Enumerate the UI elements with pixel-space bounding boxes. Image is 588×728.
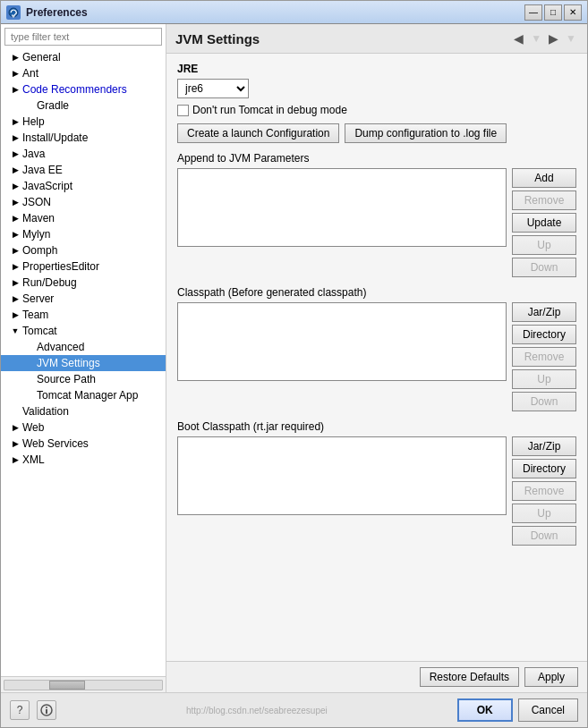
- nav-divider: ▼: [531, 32, 541, 45]
- forward-button[interactable]: ▶: [545, 30, 562, 47]
- sidebar: ▶General▶Ant▶Code RecommendersGradle▶Hel…: [1, 24, 166, 692]
- boot-classpath-textarea[interactable]: [177, 436, 507, 515]
- scroll-thumb[interactable]: [49, 681, 85, 690]
- sidebar-scrollbar[interactable]: [1, 676, 166, 692]
- footer-actions: Restore Defaults Apply: [166, 661, 587, 692]
- sidebar-item-validation[interactable]: Validation: [1, 403, 166, 419]
- sidebar-item-web[interactable]: ▶Web: [1, 419, 166, 436]
- sidebar-item-advanced[interactable]: Advanced: [1, 339, 166, 355]
- boot-down-button[interactable]: Down: [512, 526, 576, 546]
- classpath-down-button[interactable]: Down: [512, 392, 576, 411]
- tree-arrow-gradle: [24, 100, 35, 111]
- sidebar-item-general[interactable]: ▶General: [1, 49, 166, 65]
- tree-arrow-tomcat: ▼: [10, 326, 21, 336]
- tree-arrow-ant: ▶: [10, 68, 21, 79]
- scroll-track[interactable]: [4, 680, 163, 690]
- info-icon[interactable]: [37, 700, 56, 720]
- tree-label-install-update: Install/Update: [22, 131, 88, 144]
- boot-jar-button[interactable]: Jar/Zip: [512, 436, 576, 456]
- boot-classpath-row: Jar/Zip Directory Remove Up Down: [177, 436, 576, 546]
- classpath-textarea[interactable]: [177, 302, 507, 381]
- sidebar-item-install-update[interactable]: ▶Install/Update: [1, 130, 166, 146]
- svg-point-1: [13, 16, 14, 18]
- tree-label-mylyn: Mylyn: [22, 228, 50, 241]
- tree-label-tomcat: Tomcat: [22, 325, 57, 337]
- window-icon: [6, 5, 21, 20]
- panel-title: JVM Settings: [175, 31, 260, 47]
- jvm-down-button[interactable]: Down: [512, 258, 576, 277]
- tree-label-server: Server: [22, 292, 54, 305]
- sidebar-item-json[interactable]: ▶JSON: [1, 194, 166, 210]
- classpath-label: Classpath (Before generated classpath): [177, 286, 576, 299]
- tree-arrow-run-debug: ▶: [10, 277, 21, 288]
- tree-arrow-java: ▶: [10, 148, 21, 159]
- restore-defaults-button[interactable]: Restore Defaults: [420, 667, 519, 687]
- sidebar-item-code-recommenders[interactable]: ▶Code Recommenders: [1, 81, 166, 97]
- sidebar-item-java[interactable]: ▶Java: [1, 146, 166, 162]
- sidebar-item-ant[interactable]: ▶Ant: [1, 65, 166, 81]
- jvm-up-button[interactable]: Up: [512, 235, 576, 255]
- jvm-add-button[interactable]: Add: [512, 168, 576, 188]
- sidebar-item-jvm-settings[interactable]: JVM Settings: [1, 355, 166, 371]
- close-button[interactable]: ✕: [564, 4, 582, 21]
- tree-arrow-javascript: ▶: [10, 181, 21, 191]
- classpath-jar-button[interactable]: Jar/Zip: [512, 302, 576, 322]
- jvm-params-section: Append to JVM Parameters Add Remove Upda…: [177, 152, 576, 277]
- debug-mode-checkbox[interactable]: [177, 105, 189, 116]
- main-content: JRE jre6 jre7 jre8 Don't run Tomcat in d…: [166, 54, 587, 661]
- tree-arrow-tomcat-manager-app: [24, 390, 35, 401]
- tree-label-json: JSON: [22, 196, 51, 208]
- sidebar-item-xml[interactable]: ▶XML: [1, 452, 166, 468]
- sidebar-item-oomph[interactable]: ▶Oomph: [1, 242, 166, 258]
- tree-arrow-jvm-settings: [24, 358, 35, 368]
- create-launch-button[interactable]: Create a launch Configuration: [177, 123, 339, 143]
- maximize-button[interactable]: □: [544, 4, 562, 21]
- tree-label-advanced: Advanced: [37, 341, 84, 353]
- jre-label: JRE: [177, 63, 576, 75]
- tree-label-general: General: [22, 51, 61, 63]
- nav-buttons: ◀ ▼ ▶ ▼: [510, 30, 578, 47]
- boot-directory-button[interactable]: Directory: [512, 459, 576, 478]
- sidebar-item-maven[interactable]: ▶Maven: [1, 210, 166, 226]
- tree-label-jvm-settings: JVM Settings: [37, 357, 100, 369]
- jvm-params-textarea[interactable]: [177, 168, 507, 247]
- sidebar-item-team[interactable]: ▶Team: [1, 307, 166, 323]
- sidebar-item-gradle[interactable]: Gradle: [1, 97, 166, 114]
- boot-classpath-label: Boot Classpath (rt.jar required): [177, 420, 576, 433]
- window-title: Preferences: [26, 6, 524, 19]
- cancel-button[interactable]: Cancel: [518, 698, 578, 722]
- sidebar-item-javascript[interactable]: ▶JavaScript: [1, 178, 166, 194]
- sidebar-item-server[interactable]: ▶Server: [1, 291, 166, 307]
- jre-select[interactable]: jre6 jre7 jre8: [177, 79, 249, 98]
- jvm-remove-button[interactable]: Remove: [512, 190, 576, 210]
- jvm-update-button[interactable]: Update: [512, 213, 576, 233]
- boot-up-button[interactable]: Up: [512, 504, 576, 523]
- tree-label-code-recommenders: Code Recommenders: [22, 83, 127, 96]
- sidebar-item-source-path[interactable]: Source Path: [1, 371, 166, 387]
- ok-button[interactable]: OK: [457, 698, 513, 722]
- sidebar-item-run-debug[interactable]: ▶Run/Debug: [1, 275, 166, 291]
- boot-remove-button[interactable]: Remove: [512, 481, 576, 501]
- sidebar-item-help[interactable]: ▶Help: [1, 114, 166, 130]
- dump-config-button[interactable]: Dump configuration to .log file: [345, 123, 507, 143]
- back-button[interactable]: ◀: [510, 30, 527, 47]
- classpath-directory-button[interactable]: Directory: [512, 325, 576, 344]
- apply-button[interactable]: Apply: [524, 667, 578, 687]
- content-area: ▶General▶Ant▶Code RecommendersGradle▶Hel…: [1, 24, 587, 692]
- tree-label-source-path: Source Path: [37, 373, 96, 385]
- classpath-up-button[interactable]: Up: [512, 369, 576, 389]
- tree-arrow-xml: ▶: [10, 454, 21, 465]
- sidebar-item-java-ee[interactable]: ▶Java EE: [1, 162, 166, 178]
- classpath-remove-button[interactable]: Remove: [512, 347, 576, 367]
- main-panel: JVM Settings ◀ ▼ ▶ ▼ JRE jre6 jre7: [166, 24, 587, 692]
- help-icon[interactable]: ?: [10, 700, 30, 720]
- minimize-button[interactable]: —: [524, 4, 542, 21]
- filter-input[interactable]: [4, 28, 162, 46]
- sidebar-item-tomcat[interactable]: ▼Tomcat: [1, 323, 166, 339]
- sidebar-item-web-services[interactable]: ▶Web Services: [1, 436, 166, 452]
- sidebar-item-mylyn[interactable]: ▶Mylyn: [1, 226, 166, 242]
- main-header: JVM Settings ◀ ▼ ▶ ▼: [166, 24, 587, 54]
- sidebar-item-tomcat-manager-app[interactable]: Tomcat Manager App: [1, 387, 166, 403]
- tree-arrow-web: ▶: [10, 422, 21, 433]
- sidebar-item-properties-editor[interactable]: ▶PropertiesEditor: [1, 258, 166, 275]
